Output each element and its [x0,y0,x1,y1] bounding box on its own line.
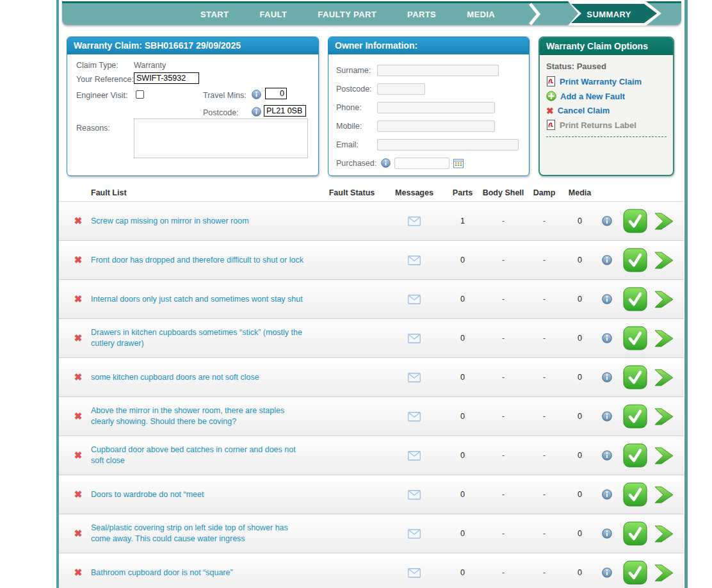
fault-info-icon[interactable] [595,568,618,578]
delete-fault-icon[interactable]: ✖ [65,489,91,500]
fault-link[interactable]: Doors to wardrobe do not “meet [91,489,318,500]
messages-envelope-icon[interactable] [385,529,443,539]
complete-fault-button[interactable] [618,326,652,350]
messages-envelope-icon[interactable] [385,295,443,304]
complete-fault-button[interactable] [618,209,652,233]
media-count: 0 [564,295,595,304]
fault-info-icon[interactable] [595,528,618,539]
cancel-claim-link[interactable]: ✖ Cancel Claim [546,106,667,115]
messages-envelope-icon[interactable] [385,412,443,421]
fault-row: ✖ Bathroom cupboard door is not “square”… [59,553,684,588]
fault-info-icon[interactable] [595,489,618,500]
complete-fault-button[interactable] [618,404,652,429]
nav-step-parts[interactable]: PARTS [407,10,436,19]
view-fault-arrow[interactable] [652,366,676,389]
fault-link[interactable]: Front door has dropped and therefore dif… [91,255,318,266]
complete-fault-button[interactable] [618,365,652,389]
messages-envelope-icon[interactable] [385,334,443,343]
claim-status-text: Status: Paused [546,61,667,71]
nav-step-start[interactable]: START [200,10,229,19]
fault-link[interactable]: Bathroom cupboard door is not “square” [91,568,318,578]
calendar-icon[interactable] [453,158,464,168]
add-new-fault-label: Add a New Fault [560,92,625,101]
your-reference-input[interactable] [134,72,199,84]
media-count: 0 [564,490,595,499]
travel-mins-info-icon[interactable] [252,90,261,99]
delete-fault-icon[interactable]: ✖ [65,254,91,266]
fault-link[interactable]: Cupboard door above bed catches in corne… [91,445,318,466]
view-fault-arrow[interactable] [652,249,676,272]
messages-envelope-icon[interactable] [385,568,443,578]
parts-count: 0 [443,334,482,343]
complete-fault-button[interactable] [618,482,652,507]
delete-fault-icon[interactable]: ✖ [65,567,91,578]
complete-fault-button[interactable] [618,521,652,546]
damp-value: - [524,412,564,421]
nav-step-summary[interactable]: SUMMARY [568,1,664,27]
view-fault-arrow[interactable] [652,444,676,468]
view-fault-arrow[interactable] [652,209,676,233]
complete-fault-button[interactable] [618,443,652,468]
complete-fault-button[interactable] [618,248,652,272]
purchased-date-input[interactable] [394,158,449,169]
delete-fault-icon[interactable]: ✖ [65,215,91,227]
complete-fault-button[interactable] [618,560,652,585]
engineer-visit-checkbox[interactable] [136,90,144,99]
view-fault-arrow[interactable] [652,522,676,546]
delete-fault-icon[interactable]: ✖ [65,293,91,305]
chevron-separator-icon [528,2,541,26]
fault-link[interactable]: Seal/plastic covering strip on left side… [91,523,318,544]
add-new-fault-link[interactable]: Add a New Fault [546,91,667,101]
view-fault-arrow[interactable] [652,405,676,429]
messages-envelope-icon[interactable] [385,373,443,382]
fault-info-icon[interactable] [595,294,618,304]
fault-info-icon[interactable] [595,372,618,382]
engineer-visit-label: Engineer Visit: [76,91,127,100]
messages-envelope-icon[interactable] [385,256,443,265]
nav-step-fault[interactable]: FAULT [259,10,287,19]
fault-link[interactable]: Screw cap missing on mirror in shower ro… [91,216,318,227]
fault-link[interactable]: Above the mirror in the shower room, the… [91,405,318,427]
travel-mins-input[interactable] [265,88,287,99]
nav-step-media[interactable]: MEDIA [467,10,495,19]
add-plus-icon [546,91,556,101]
damp-value: - [524,529,564,538]
messages-envelope-icon[interactable] [385,490,443,500]
warranty-claim-panel-title: Warranty Claim: SBH016617 29/09/2025 [67,37,318,54]
claim-postcode-input[interactable] [264,105,306,117]
complete-fault-button[interactable] [618,287,652,311]
header-media: Media [564,188,595,197]
purchased-info-icon[interactable] [381,158,391,168]
delete-fault-icon[interactable]: ✖ [65,372,91,383]
messages-envelope-icon[interactable] [385,216,443,226]
print-warranty-claim-link[interactable]: Print Warranty Claim [546,76,667,86]
media-count: 0 [564,529,595,538]
fault-info-icon[interactable] [595,255,618,265]
fault-link[interactable]: Drawers in kitchen cupboards sometimes “… [91,327,318,349]
mobile-input [377,120,495,132]
delete-fault-icon[interactable]: ✖ [65,411,91,422]
view-fault-arrow[interactable] [652,288,676,311]
view-fault-arrow[interactable] [652,561,676,585]
reasons-textarea[interactable] [134,118,308,158]
nav-step-faulty-part[interactable]: FAULTY PART [318,10,376,19]
fault-row: ✖ Front door has dropped and therefore d… [59,241,684,280]
fault-row: ✖ Screw cap missing on mirror in shower … [59,202,684,241]
fault-info-icon[interactable] [595,450,618,461]
fault-info-icon[interactable] [595,216,618,226]
fault-link[interactable]: some kitchen cupboard doors are not soft… [91,372,318,383]
owner-information-panel: Owner Information: Surname: Postcode: Ph… [328,37,530,176]
fault-info-icon[interactable] [595,333,618,343]
delete-fault-icon[interactable]: ✖ [65,528,91,539]
warranty-claim-panel: Warranty Claim: SBH016617 29/09/2025 Cla… [67,37,319,176]
owner-information-panel-title: Owner Information: [328,37,529,54]
claim-postcode-info-icon[interactable] [252,107,261,117]
view-fault-arrow[interactable] [652,483,676,507]
view-fault-arrow[interactable] [652,327,676,350]
delete-fault-icon[interactable]: ✖ [65,450,91,461]
body-shell-value: - [482,451,524,460]
messages-envelope-icon[interactable] [385,451,443,461]
fault-info-icon[interactable] [595,411,618,421]
fault-link[interactable]: Internal doors only just catch and somet… [91,294,318,305]
delete-fault-icon[interactable]: ✖ [65,332,91,344]
